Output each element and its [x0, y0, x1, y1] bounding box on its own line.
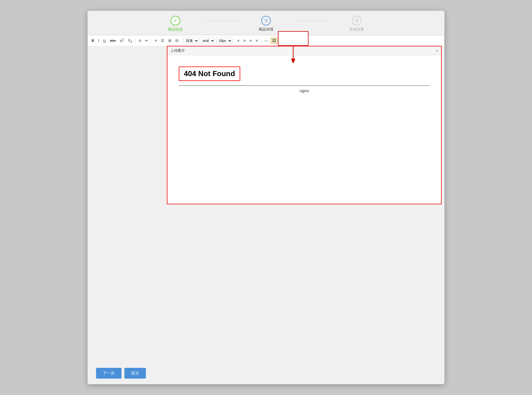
font-family-select[interactable]: arial [200, 38, 215, 44]
align-center-button[interactable]: ≡ [242, 38, 247, 43]
steps-bar: ✓ 商品信息 ② 商品详情 ③ 其他设置 [96, 11, 436, 35]
align-justify-button[interactable]: ≡ [254, 38, 259, 43]
checkmark-icon: ✓ [173, 18, 178, 23]
divider-4 [234, 38, 234, 43]
step-2-number: ② [264, 18, 268, 23]
paragraph-select[interactable]: 段落 [184, 38, 199, 44]
ordered-list-button[interactable]: ≡ [153, 38, 158, 43]
step-3-circle: ③ [352, 16, 361, 25]
underline-button[interactable]: U [102, 38, 107, 43]
step-1-label: 商品信息 [168, 27, 183, 32]
step-2-label: 商品详情 [259, 27, 273, 32]
upload-dialog: 上传图片 × [167, 46, 442, 204]
sidebar [88, 46, 164, 362]
submit-button[interactable]: 提交 [124, 368, 146, 379]
upload-dialog-title-text: 上传图片 [170, 48, 185, 53]
error-title: 404 Not Found [179, 66, 240, 81]
step-3: ③ 其他设置 [328, 16, 385, 32]
unordered-list-button[interactable]: ☰ [159, 38, 166, 43]
editor-area: 上传图片 × [164, 46, 444, 362]
annotation-wrapper: 404 Not Found nginx [167, 55, 441, 202]
upload-dialog-close-button[interactable]: × [436, 48, 438, 53]
error-divider [179, 85, 430, 86]
highlight-button[interactable]: ✏ [144, 38, 150, 43]
step-2: ② 商品详情 [238, 16, 294, 32]
table-button[interactable]: ⊟ [174, 38, 180, 43]
step-2-circle: ② [261, 16, 271, 25]
step-line-2 [294, 21, 328, 21]
divider-2 [151, 38, 152, 43]
annotation-arrow-svg [289, 46, 297, 63]
browser-window: ✓ 商品信息 ② 商品详情 ③ 其他设置 B [88, 11, 444, 384]
divider-3 [182, 38, 182, 43]
annotation-box [278, 31, 308, 46]
indent-button[interactable]: ⊞ [167, 38, 173, 43]
divider-5 [261, 38, 261, 43]
subscript-button[interactable]: X2 [127, 38, 134, 44]
divider-1 [135, 38, 136, 43]
strikethrough-button[interactable]: abe [108, 38, 117, 43]
align-right-button[interactable]: ≡ [248, 38, 253, 43]
error-page: 404 Not Found nginx [173, 61, 435, 99]
superscript-button[interactable]: X2 [118, 37, 125, 44]
main-content: 上传图片 × [88, 46, 444, 362]
upload-dialog-body: 404 Not Found nginx [167, 55, 441, 202]
editor-toolbar: B I U abe X2 X2 A ✏ ≡ ☰ ⊞ ⊟ 段落 arial 16p… [88, 35, 444, 46]
font-size-select[interactable]: 16px [216, 38, 232, 44]
top-bar: ✓ 商品信息 ② 商品详情 ③ 其他设置 [88, 11, 444, 35]
step-1: ✓ 商品信息 [147, 16, 204, 32]
horizontal-rule-button[interactable]: — [263, 38, 269, 43]
annotation-group [278, 31, 308, 63]
font-color-button[interactable]: A [137, 38, 143, 43]
step-3-label: 其他设置 [349, 27, 364, 32]
image-upload-button[interactable]: 🖼 [271, 38, 278, 44]
step-1-circle: ✓ [171, 16, 180, 25]
italic-button[interactable]: I [97, 38, 101, 43]
align-left-button[interactable]: ≡ [236, 38, 241, 43]
step-3-number: ③ [355, 18, 359, 23]
bold-button[interactable]: B [90, 38, 95, 43]
error-subtitle: nginx [179, 89, 430, 93]
bottom-bar: 下一步 提交 [88, 362, 444, 384]
next-step-button[interactable]: 下一步 [96, 368, 122, 379]
step-line-1 [204, 21, 238, 21]
